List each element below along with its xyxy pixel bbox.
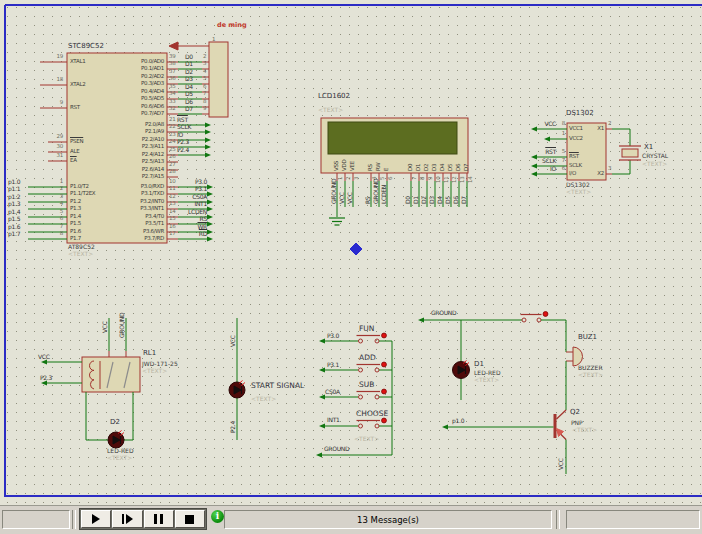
btn-buz-dot[interactable]	[543, 312, 548, 317]
arr-sub	[319, 395, 325, 400]
stop-button[interactable]	[175, 510, 205, 528]
pause-icon	[154, 514, 163, 524]
arr-add	[319, 368, 325, 373]
btn-fun-c2[interactable]	[375, 339, 379, 343]
btn-fun-c1[interactable]	[359, 339, 363, 343]
lcd-screen[interactable]	[328, 122, 457, 154]
origin-marker-icon	[350, 243, 362, 255]
play-icon	[92, 514, 100, 524]
arr-ds-io	[531, 172, 537, 177]
status-message: 13 Message(s)	[357, 515, 419, 525]
arr-io	[205, 138, 211, 143]
arr-p23	[205, 145, 211, 150]
arr-lcden	[207, 215, 213, 220]
status-message-panel: 13 Message(s)	[224, 510, 552, 529]
arr-p24	[205, 153, 211, 158]
status-divider-2	[556, 510, 560, 529]
btn-buz-c2[interactable]	[537, 318, 541, 322]
arr-sclk	[205, 130, 211, 135]
q2-collector[interactable]	[557, 410, 567, 419]
ds-body[interactable]	[567, 123, 606, 180]
connector-body[interactable]	[209, 42, 228, 117]
play-button[interactable]	[81, 510, 111, 528]
arr-buz-gnd	[418, 318, 424, 323]
mcu-body[interactable]	[67, 53, 167, 243]
btn-buz-c1[interactable]	[522, 318, 526, 322]
btn-add-dot[interactable]	[382, 362, 387, 367]
info-icon: i	[211, 510, 224, 523]
btn-choose-c2[interactable]	[375, 424, 379, 428]
arr-fun	[319, 339, 325, 344]
arr-rl-a	[41, 360, 47, 365]
status-panel-right	[566, 510, 700, 529]
btn-sub-c2[interactable]	[375, 395, 379, 399]
step-icon	[122, 514, 133, 524]
arr-ds-rst	[531, 155, 537, 160]
buzzer-body[interactable]	[573, 347, 583, 366]
arr-q2-base	[442, 425, 448, 430]
arr-rs	[207, 222, 213, 227]
q2-base-bar[interactable]	[554, 414, 557, 438]
arr-ds-sclk	[531, 164, 537, 169]
arr-rl-b	[41, 381, 47, 386]
btn-sub-dot[interactable]	[382, 389, 387, 394]
arr-wr	[207, 230, 213, 235]
btn-add-c1[interactable]	[359, 368, 363, 372]
arr-rd	[207, 237, 213, 242]
btn-fun-dot[interactable]	[382, 333, 387, 338]
stop-icon	[185, 515, 194, 524]
arr-choose	[319, 424, 325, 429]
arr-ds-vcc2	[544, 137, 550, 142]
arr-btn-gnd	[316, 453, 322, 458]
arr-ds-vcc1	[531, 127, 537, 132]
schematic-canvas[interactable]: STC89C52AT89C52<TEXT>de mingXTAL1XTAL2RS…	[0, 0, 702, 505]
pause-button[interactable]	[144, 510, 174, 528]
status-bar: i 13 Message(s)	[0, 505, 702, 534]
simulation-controls	[79, 508, 207, 530]
btn-add-c2[interactable]	[375, 368, 379, 372]
status-panel-left	[2, 510, 70, 529]
conn-arrow-icon	[169, 42, 178, 50]
arr-rst	[205, 123, 211, 128]
arr-int1	[207, 207, 213, 212]
btn-choose-c1[interactable]	[359, 424, 363, 428]
btn-sub-c1[interactable]	[359, 395, 363, 399]
step-button[interactable]	[112, 510, 142, 528]
schematic-drawing	[0, 0, 702, 505]
status-divider-1	[72, 510, 76, 529]
arr-p31	[207, 192, 213, 197]
crystal-body[interactable]	[622, 149, 638, 157]
btn-choose-dot[interactable]	[382, 418, 387, 423]
arr-cs0a	[207, 200, 213, 205]
arr-p30	[207, 185, 213, 190]
